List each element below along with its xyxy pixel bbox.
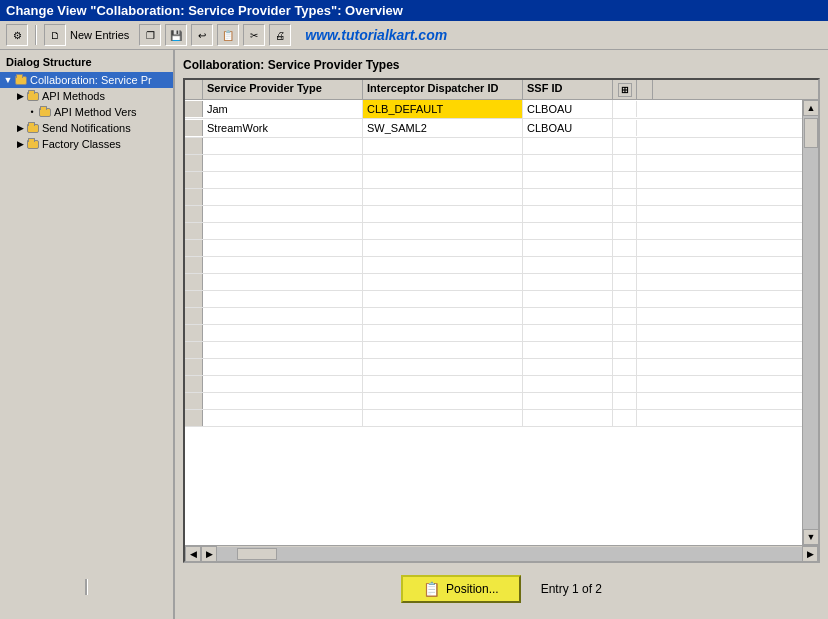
scroll-up-btn[interactable]: ▲ (803, 100, 818, 116)
undo-btn[interactable]: ↩ (191, 24, 213, 46)
toolbar-settings-btn[interactable]: ⚙ (6, 24, 28, 46)
row-marker-empty (185, 274, 203, 290)
table-row-empty[interactable] (185, 325, 802, 342)
position-button[interactable]: 📋 Position... (401, 575, 521, 603)
table-row-empty[interactable] (185, 240, 802, 257)
copy-btn[interactable]: ❐ (139, 24, 161, 46)
table-row-empty[interactable] (185, 274, 802, 291)
cell-settings-1 (613, 101, 637, 117)
table-body: Jam CLB_DEFAULT CLBOAU StreamWork SW_SAM… (185, 100, 818, 545)
paste-btn[interactable]: 📋 (217, 24, 239, 46)
print-btn[interactable]: 🖨 (269, 24, 291, 46)
title-bar: Change View "Collaboration: Service Prov… (0, 0, 828, 21)
row-marker-empty (185, 325, 203, 341)
cell-ssf-1[interactable]: CLBOAU (523, 100, 613, 118)
save-btn[interactable]: 💾 (165, 24, 187, 46)
sidebar-item-api-method-vers[interactable]: • API Method Vers (0, 104, 173, 120)
cell-ssf-2[interactable]: CLBOAU (523, 119, 613, 137)
main-layout: Dialog Structure ▼ Collaboration: Servic… (0, 50, 828, 619)
horizontal-scrollbar: ◀ ▶ ▶ (185, 545, 818, 561)
tree-arrow-5: ▶ (14, 139, 26, 149)
row-marker-empty (185, 376, 203, 392)
toolbar-sep-1 (35, 25, 37, 45)
table-rows: Jam CLB_DEFAULT CLBOAU StreamWork SW_SAM… (185, 100, 802, 545)
cell-provider-type-1[interactable]: Jam (203, 100, 363, 118)
entry-info: Entry 1 of 2 (541, 582, 602, 596)
row-marker-empty (185, 257, 203, 273)
table-row[interactable]: StreamWork SW_SAML2 CLBOAU (185, 119, 802, 138)
folder-icon-2 (26, 89, 40, 103)
scroll-track (803, 116, 818, 529)
scroll-thumb[interactable] (804, 118, 818, 148)
cell-interceptor-1[interactable]: CLB_DEFAULT (363, 100, 523, 118)
header-settings[interactable]: ⊞ (613, 80, 637, 99)
title-text: Change View "Collaboration: Service Prov… (6, 3, 403, 18)
left-panel-resize[interactable] (85, 577, 88, 597)
table-row-empty[interactable] (185, 359, 802, 376)
tree-arrow-4: ▶ (14, 123, 26, 133)
sidebar-item-api-methods[interactable]: ▶ API Methods (0, 88, 173, 104)
vertical-scrollbar[interactable]: ▲ ▼ (802, 100, 818, 545)
row-marker-2 (185, 120, 203, 136)
h-scroll-thumb[interactable] (237, 548, 277, 560)
row-marker-empty (185, 189, 203, 205)
row-marker-empty (185, 206, 203, 222)
sidebar-label-send-notifications: Send Notifications (40, 122, 131, 134)
table-row-empty[interactable] (185, 206, 802, 223)
sidebar-item-factory-classes[interactable]: ▶ Factory Classes (0, 136, 173, 152)
table-row-empty[interactable] (185, 155, 802, 172)
tree-arrow-1: ▼ (2, 75, 14, 85)
header-ssf: SSF ID (523, 80, 613, 99)
table-row-empty[interactable] (185, 138, 802, 155)
row-marker-empty (185, 359, 203, 375)
cell-provider-type-2[interactable]: StreamWork (203, 119, 363, 137)
row-marker-empty (185, 155, 203, 171)
folder-icon-3 (38, 105, 52, 119)
sidebar-item-collab-service[interactable]: ▼ Collaboration: Service Pr (0, 72, 173, 88)
table-row-empty[interactable] (185, 172, 802, 189)
new-entries-label: New Entries (70, 29, 129, 41)
table-row[interactable]: Jam CLB_DEFAULT CLBOAU (185, 100, 802, 119)
header-provider-type: Service Provider Type (203, 80, 363, 99)
table-row-empty[interactable] (185, 291, 802, 308)
cell-empty (203, 138, 363, 154)
scroll-right-btn[interactable]: ▶ (201, 546, 217, 562)
row-marker-empty (185, 291, 203, 307)
tree-arrow-3: • (26, 107, 38, 117)
table-row-empty[interactable] (185, 223, 802, 240)
bottom-area: 📋 Position... Entry 1 of 2 (183, 567, 820, 611)
row-marker-empty (185, 410, 203, 426)
sidebar-label-api-method-vers: API Method Vers (52, 106, 137, 118)
row-marker-empty (185, 342, 203, 358)
scroll-left-btn[interactable]: ◀ (185, 546, 201, 562)
sidebar-label-factory-classes: Factory Classes (40, 138, 121, 150)
right-panel: Collaboration: Service Provider Types Se… (175, 50, 828, 619)
row-marker-empty (185, 223, 203, 239)
row-marker-empty (185, 172, 203, 188)
scroll-end-btn[interactable]: ▶ (802, 546, 818, 562)
cell-interceptor-2[interactable]: SW_SAML2 (363, 119, 523, 137)
position-icon: 📋 (423, 581, 440, 597)
watermark: www.tutorialkart.com (305, 27, 447, 43)
table-row-empty[interactable] (185, 308, 802, 325)
row-marker-1 (185, 101, 203, 117)
table-row-empty[interactable] (185, 410, 802, 427)
row-marker-empty (185, 138, 203, 154)
scroll-down-btn[interactable]: ▼ (803, 529, 818, 545)
header-row-marker (185, 80, 203, 99)
table-row-empty[interactable] (185, 393, 802, 410)
sidebar-item-send-notifications[interactable]: ▶ Send Notifications (0, 120, 173, 136)
sidebar-label-api-methods: API Methods (40, 90, 105, 102)
table-header: Service Provider Type Interceptor Dispat… (185, 80, 818, 100)
table-row-empty[interactable] (185, 189, 802, 206)
content-title: Collaboration: Service Provider Types (183, 58, 820, 72)
delete-btn[interactable]: ✂ (243, 24, 265, 46)
new-entries-btn[interactable]: 🗋 (44, 24, 66, 46)
table-row-empty[interactable] (185, 257, 802, 274)
table-row-empty[interactable] (185, 376, 802, 393)
tree-arrow-2: ▶ (14, 91, 26, 101)
table-row-empty[interactable] (185, 342, 802, 359)
h-scroll-track (217, 547, 802, 561)
header-scrollbar-space (637, 80, 653, 99)
folder-icon-5 (26, 137, 40, 151)
